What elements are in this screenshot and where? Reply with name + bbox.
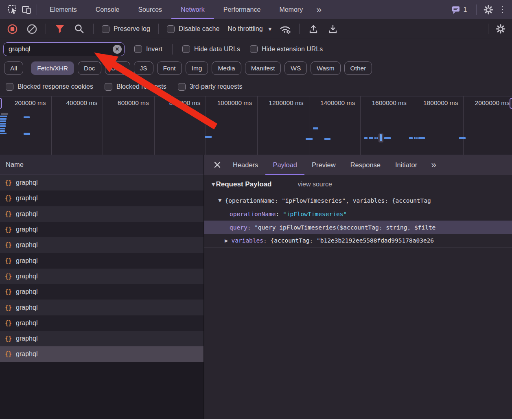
json-braces-icon: {} <box>5 210 11 218</box>
request-row[interactable]: {} graphql <box>0 300 203 315</box>
payload-value: "query ipFlowTimeseries($accountTag: str… <box>254 224 435 231</box>
tab-sources[interactable]: Sources <box>129 0 171 19</box>
request-name: graphql <box>16 335 37 342</box>
inspect-element-button[interactable] <box>6 3 20 17</box>
tab-headers[interactable]: Headers <box>225 155 265 175</box>
chip-manifest[interactable]: Manifest <box>245 61 281 75</box>
timeline-tick-label: 1200000 ms <box>269 99 303 107</box>
payload-query-line[interactable]: query: "query ipFlowTimeseries($accountT… <box>204 221 512 234</box>
timeline-tick-label: 200000 ms <box>15 99 46 107</box>
expand-triangle-icon[interactable]: ▶ <box>225 238 228 243</box>
tab-preview[interactable]: Preview <box>304 155 343 175</box>
waterfall-bar <box>0 133 7 134</box>
payload-root-preview: {operationName: "ipFlowTimeseries", vari… <box>225 197 431 204</box>
tab-memory[interactable]: Memory <box>270 0 312 19</box>
request-row[interactable]: {} graphql <box>0 315 203 331</box>
tab-performance[interactable]: Performance <box>214 0 270 19</box>
chip-media[interactable]: Media <box>212 61 241 75</box>
request-name: graphql <box>16 273 37 280</box>
chip-js[interactable]: JS <box>134 61 153 75</box>
disable-cache-checkbox[interactable] <box>167 25 175 33</box>
invert-checkbox[interactable] <box>134 45 142 53</box>
blocked-response-cookies-checkbox[interactable] <box>6 83 13 91</box>
export-har-button[interactable] <box>327 23 339 35</box>
chip-wasm[interactable]: Wasm <box>311 61 340 75</box>
chip-all[interactable]: All <box>4 61 23 75</box>
request-row[interactable]: {} graphql <box>0 253 203 268</box>
invert-control: Invert <box>134 45 162 53</box>
payload-root-line[interactable]: ▼ {operationName: "ipFlowTimeseries", va… <box>204 194 512 207</box>
collapse-triangle-icon[interactable]: ▼ <box>212 182 215 187</box>
request-row[interactable]: {} graphql <box>0 175 203 190</box>
request-payload-section: ▼ Request Payload view source <box>204 175 512 194</box>
blocked-response-cookies-label: Blocked response cookies <box>18 83 93 90</box>
view-source-link[interactable]: view source <box>298 181 332 188</box>
third-party-requests-checkbox[interactable] <box>178 83 186 91</box>
request-row[interactable]: {} graphql <box>0 190 203 206</box>
timeline-column: 1200000 ms <box>258 96 309 155</box>
filter-input[interactable] <box>3 42 125 56</box>
search-button[interactable] <box>74 23 85 35</box>
settings-button[interactable] <box>481 3 495 17</box>
request-row[interactable]: {} graphql <box>0 331 203 346</box>
timeline-column: 1000000 ms <box>206 96 258 155</box>
customize-menu-button[interactable] <box>497 3 508 17</box>
payload-key: operationName <box>230 211 276 217</box>
request-row[interactable]: {} graphql <box>0 269 203 284</box>
devtools-window: Elements Console Sources Network Perform… <box>0 0 512 420</box>
timeline-tick-label: 800000 ms <box>169 99 201 107</box>
hide-extension-urls-control: Hide extension URLs <box>250 45 323 53</box>
clear-icon <box>26 24 37 35</box>
gear-icon <box>495 24 506 34</box>
tab-response[interactable]: Response <box>343 155 388 175</box>
waterfall-bar <box>380 134 382 141</box>
chip-css[interactable]: CSS <box>105 61 130 75</box>
chip-fetch-xhr[interactable]: Fetch/XHR <box>31 61 74 75</box>
more-tabs-icon[interactable]: » <box>427 157 440 173</box>
device-toolbar-icon <box>21 4 32 15</box>
overview-scrub-handle-left[interactable] <box>0 98 2 109</box>
record-network-log-button[interactable] <box>7 23 18 35</box>
hide-data-urls-checkbox[interactable] <box>182 45 190 53</box>
more-tabs-icon[interactable]: » <box>312 2 326 18</box>
network-conditions-button[interactable] <box>280 23 291 35</box>
blocked-requests-checkbox[interactable] <box>105 83 112 91</box>
request-row[interactable]: {} graphql <box>0 284 203 300</box>
request-name: graphql <box>16 179 37 186</box>
throttling-select[interactable]: No throttling ▼ <box>228 25 271 33</box>
preserve-log-checkbox[interactable] <box>102 25 109 33</box>
payload-variables-line[interactable]: ▶ variables: {accountTag: "b12e3b2192ee5… <box>204 234 512 247</box>
chip-img[interactable]: Img <box>186 61 208 75</box>
chevron-down-icon: ▼ <box>269 27 272 31</box>
close-details-button[interactable] <box>209 155 225 175</box>
tab-payload[interactable]: Payload <box>265 155 304 175</box>
collapse-triangle-icon[interactable]: ▼ <box>218 198 221 203</box>
timeline-overview[interactable]: 200000 ms400000 ms600000 ms800000 ms1000… <box>0 96 512 155</box>
json-braces-icon: {} <box>5 319 11 327</box>
name-column-header[interactable]: Name <box>0 155 203 175</box>
import-har-button[interactable] <box>308 23 319 35</box>
overview-scrub-handle-right[interactable] <box>510 98 512 109</box>
tab-console[interactable]: Console <box>86 0 129 19</box>
hide-extension-urls-checkbox[interactable] <box>250 45 258 53</box>
payload-panel: ▼ Request Payload view source ▼ {operati… <box>204 175 512 247</box>
chip-font[interactable]: Font <box>157 61 182 75</box>
request-row[interactable]: {} graphql <box>0 346 203 362</box>
request-row[interactable]: {} graphql <box>0 206 203 222</box>
issues-button[interactable]: 1 <box>447 5 471 15</box>
tab-elements[interactable]: Elements <box>40 0 86 19</box>
device-toolbar-button[interactable] <box>20 3 33 17</box>
chip-ws[interactable]: WS <box>284 61 307 75</box>
tab-initiator[interactable]: Initiator <box>388 155 424 175</box>
chip-other[interactable]: Other <box>344 61 372 75</box>
network-settings-button[interactable] <box>495 23 506 35</box>
clear-network-log-button[interactable] <box>26 23 37 35</box>
payload-operation-name-line[interactable]: operationName: "ipFlowTimeseries" <box>204 207 512 221</box>
toolbar-divider <box>93 24 94 34</box>
request-row[interactable]: {} graphql <box>0 222 203 237</box>
clear-filter-icon[interactable]: × <box>113 45 122 54</box>
chip-doc[interactable]: Doc <box>78 61 101 75</box>
filter-button[interactable] <box>54 23 66 35</box>
request-row[interactable]: {} graphql <box>0 237 203 253</box>
tab-network[interactable]: Network <box>171 0 214 19</box>
